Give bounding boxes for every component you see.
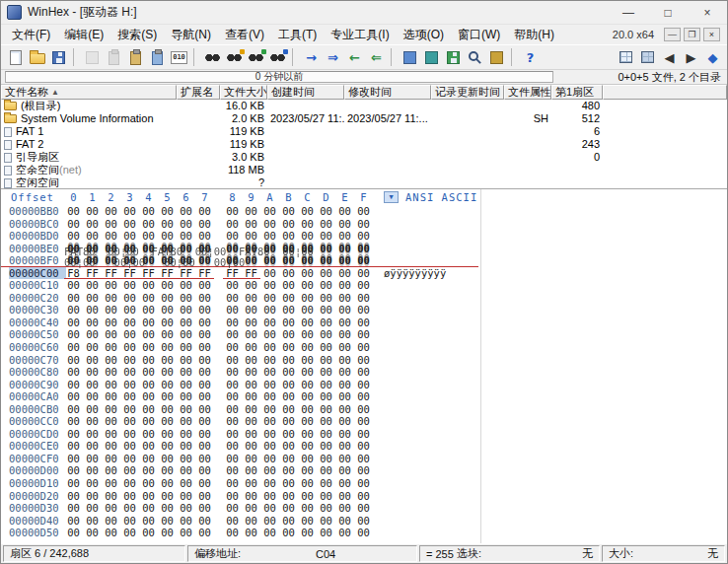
hex-byte[interactable]: 00 bbox=[195, 366, 214, 378]
hex-byte[interactable]: 00 bbox=[317, 490, 335, 502]
hex-byte[interactable]: 00 bbox=[317, 205, 335, 217]
hex-byte[interactable]: FF bbox=[195, 267, 214, 279]
hex-byte[interactable]: 00 bbox=[223, 440, 242, 452]
hex-byte[interactable]: 00 bbox=[317, 515, 335, 527]
hex-byte[interactable]: 00 bbox=[64, 428, 83, 440]
hex-byte[interactable]: 00 bbox=[223, 490, 242, 502]
hex-byte[interactable]: 00 bbox=[139, 317, 158, 328]
hex-row-00000CD0[interactable]: 00000CD000000000000000000000000000000000 bbox=[1, 428, 478, 441]
hex-byte[interactable]: 00 bbox=[177, 317, 195, 328]
hex-byte[interactable]: 00 bbox=[195, 403, 214, 415]
hex-byte[interactable]: 00 bbox=[120, 304, 139, 316]
hex-row-00000C10[interactable]: 00000C1000000000000000000000000000000000 bbox=[1, 279, 478, 292]
hex-byte[interactable]: 00 bbox=[158, 366, 177, 378]
hex-byte[interactable]: 00 bbox=[177, 527, 195, 538]
hex-byte[interactable]: 00 bbox=[83, 403, 102, 415]
hex-byte[interactable]: 00 bbox=[260, 205, 279, 217]
hex-byte[interactable]: 00 bbox=[317, 464, 335, 476]
hex-byte[interactable]: 00 bbox=[260, 292, 279, 304]
hex-byte[interactable]: 00 bbox=[279, 453, 298, 464]
hex-byte[interactable]: 00 bbox=[158, 403, 177, 415]
hex-byte[interactable]: 00 bbox=[242, 453, 260, 464]
hex-byte[interactable]: 00 bbox=[242, 527, 260, 538]
hex-byte[interactable]: 00 bbox=[158, 477, 177, 489]
hex-byte[interactable]: 00 bbox=[223, 477, 242, 489]
hex-byte[interactable]: 00 bbox=[260, 218, 279, 230]
hex-byte[interactable]: 00 bbox=[177, 341, 195, 353]
hex-byte[interactable]: 00 bbox=[279, 515, 298, 527]
hex-byte[interactable]: 00 bbox=[83, 205, 102, 217]
hex-byte[interactable]: 00 bbox=[139, 205, 158, 217]
hex-byte[interactable]: 00 bbox=[354, 366, 373, 378]
hex-byte[interactable]: 00 bbox=[298, 304, 317, 316]
hex-byte[interactable]: 00 bbox=[139, 366, 158, 378]
minimize-button[interactable]: — bbox=[609, 1, 648, 24]
hex-row-00000D00[interactable]: 00000D0000000000000000000000000000000000 bbox=[1, 464, 478, 477]
hex-byte[interactable]: 00 bbox=[102, 390, 120, 402]
hex-byte[interactable]: 00 bbox=[260, 515, 279, 527]
hex-byte[interactable]: 00 bbox=[242, 292, 260, 304]
hex-byte[interactable]: 00 bbox=[260, 403, 279, 415]
hex-byte[interactable]: 00 bbox=[260, 440, 279, 452]
hex-byte[interactable]: 00 bbox=[64, 527, 83, 538]
hex-byte[interactable]: 00 bbox=[354, 477, 373, 489]
hex-byte[interactable]: 00 bbox=[195, 464, 214, 476]
hex-byte[interactable]: 00 bbox=[83, 304, 102, 316]
hex-byte[interactable]: 00 bbox=[279, 490, 298, 502]
hex-row-00000D20[interactable]: 00000D2000000000000000000000000000000000 bbox=[1, 490, 478, 503]
hex-byte[interactable]: 00 bbox=[64, 415, 83, 427]
hex-byte[interactable]: 00 bbox=[158, 515, 177, 527]
hex-byte[interactable]: 00 bbox=[64, 205, 83, 217]
save-icon[interactable] bbox=[48, 47, 69, 68]
mdi-minimize-button[interactable]: — bbox=[664, 28, 681, 41]
menu-item-4[interactable]: 查看(V) bbox=[218, 25, 271, 45]
hex-byte[interactable]: 00 bbox=[102, 379, 120, 390]
hex-byte[interactable]: 00 bbox=[298, 502, 317, 514]
find-hex-icon[interactable] bbox=[202, 47, 223, 68]
file-row-4[interactable]: 引导扇区3.0 KB0 bbox=[1, 151, 727, 164]
hex-byte[interactable]: FF bbox=[83, 267, 102, 279]
hex-byte[interactable]: 00 bbox=[354, 267, 373, 279]
hex-byte[interactable]: 00 bbox=[64, 453, 83, 464]
hex-byte[interactable]: 00 bbox=[335, 267, 354, 279]
hex-byte[interactable]: 00 bbox=[354, 527, 373, 538]
hex-byte[interactable]: 00 bbox=[354, 428, 373, 440]
hex-byte[interactable]: 00 bbox=[83, 515, 102, 527]
hex-byte[interactable]: 00 bbox=[223, 230, 242, 242]
hex-byte[interactable]: 00 bbox=[260, 366, 279, 378]
hex-row-00000D10[interactable]: 00000D1000000000000000000000000000000000 bbox=[1, 477, 478, 490]
hex-byte[interactable]: 00 bbox=[317, 428, 335, 440]
hex-byte[interactable]: 00 bbox=[139, 490, 158, 502]
hex-byte[interactable]: 00 bbox=[102, 230, 120, 242]
hex-byte[interactable]: 00 bbox=[195, 490, 214, 502]
clipboard-copy-icon[interactable] bbox=[147, 47, 168, 68]
hex-byte[interactable]: 00 bbox=[102, 317, 120, 328]
hex-byte[interactable]: 00 bbox=[120, 354, 139, 366]
hex-row-00000C80[interactable]: 00000C8000000000000000000000000000000000 bbox=[1, 366, 478, 379]
hex-byte[interactable]: 00 bbox=[335, 254, 354, 266]
hex-byte[interactable]: 00 bbox=[195, 515, 214, 527]
hex-byte[interactable]: 00 bbox=[158, 453, 177, 464]
hex-byte[interactable]: 00 bbox=[317, 390, 335, 402]
hex-byte[interactable]: 00 bbox=[83, 317, 102, 328]
hex-byte[interactable]: 00 bbox=[139, 440, 158, 452]
hex-byte[interactable]: 00 bbox=[158, 379, 177, 390]
hex-byte[interactable]: 00 bbox=[279, 527, 298, 538]
hex-byte[interactable]: 00 bbox=[335, 341, 354, 353]
hex-byte[interactable]: 00 bbox=[195, 328, 214, 340]
hex-byte[interactable]: 00 bbox=[242, 390, 260, 402]
hex-byte[interactable]: 00 bbox=[335, 428, 354, 440]
hex-byte[interactable]: 00 bbox=[317, 415, 335, 427]
hex-byte[interactable]: 00 bbox=[354, 243, 373, 254]
hex-byte[interactable]: FF bbox=[120, 267, 139, 279]
hex-byte[interactable]: 00 bbox=[260, 230, 279, 242]
hex-byte[interactable]: 00 bbox=[298, 527, 317, 538]
hex-byte[interactable]: 00 bbox=[279, 354, 298, 366]
hex-byte[interactable]: 00 bbox=[195, 502, 214, 514]
hex-byte[interactable]: 00 bbox=[102, 218, 120, 230]
help-icon[interactable]: ? bbox=[520, 47, 541, 68]
hex-byte[interactable]: 00 bbox=[195, 428, 214, 440]
hex-row-00000BB0[interactable]: 00000BB000000000000000000000000000000000 bbox=[1, 205, 478, 218]
hex-byte[interactable]: 00 bbox=[195, 354, 214, 366]
hex-byte[interactable]: 00 bbox=[279, 502, 298, 514]
